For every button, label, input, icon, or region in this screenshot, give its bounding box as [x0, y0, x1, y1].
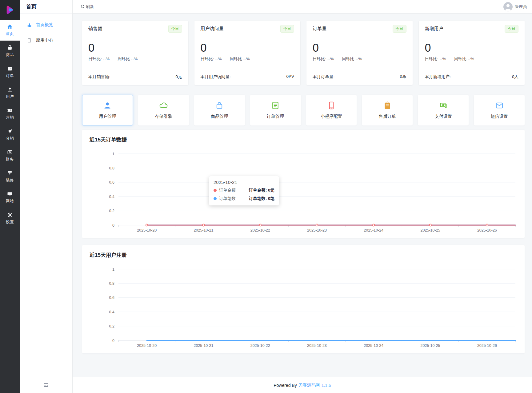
registrations-chart-card: 近15天用户注册 00.20.40.60.812025-10-202025-10…: [82, 245, 525, 353]
y-axis-label: 0: [112, 339, 114, 343]
tooltip-date: 2025-10-21: [214, 180, 274, 185]
menu-item-app-center[interactable]: 应用中心: [20, 33, 72, 48]
sidebar-item-marketing[interactable]: 营销: [0, 103, 20, 124]
logo-icon: [3, 3, 17, 17]
stat-title: 用户访问量: [201, 26, 224, 32]
sidebar-item-finance[interactable]: 财务: [0, 145, 20, 166]
avatar: [503, 2, 513, 11]
tooltip-row: 订单金额 订单金额: 0元: [214, 188, 274, 193]
shortcut-storage-engine[interactable]: 存储引擎: [138, 95, 189, 125]
month-label: 本月新增用户:: [425, 74, 451, 80]
month-value: 0单: [400, 74, 406, 80]
y-axis-label: 0.8: [109, 281, 114, 286]
user-menu[interactable]: 管理员: [503, 2, 527, 11]
shortcut-label: 小程序配置: [321, 114, 342, 119]
x-axis-label: 2025-10-20: [137, 228, 157, 232]
shortcut-label: 用户管理: [99, 114, 116, 119]
week-ratio: 周环比 --%: [454, 56, 474, 62]
shortcut-user-manage[interactable]: 用户管理: [82, 95, 133, 125]
version-text: 1.1.6: [322, 383, 331, 388]
orders-line-chart[interactable]: 00.20.40.60.812025-10-202025-10-212025-1…: [90, 147, 517, 236]
stat-value: 0: [313, 41, 406, 55]
y-axis-label: 1: [112, 152, 114, 156]
data-point-marker[interactable]: [202, 224, 205, 226]
stat-card-orders: 订单量 今日 0 日环比: --% 周环比 --% 本月订单量: 0单: [306, 21, 413, 85]
data-point-marker[interactable]: [316, 224, 318, 226]
stat-value: 0: [201, 41, 294, 55]
menu-item-overview[interactable]: 首页概览: [20, 17, 72, 33]
shortcut-sms-settings[interactable]: 短信设置: [474, 95, 525, 125]
menu-item-label: 应用中心: [36, 38, 53, 43]
app-center-icon: [27, 38, 32, 43]
month-label: 本月销售额:: [88, 74, 110, 80]
data-point-marker[interactable]: [429, 224, 431, 226]
stat-card-newusers: 新增用户 今日 0 日环比: --% 周环比 --% 本月新增用户: 0人: [419, 21, 525, 85]
y-axis-label: 0.4: [109, 195, 114, 199]
shortcut-aftersale-orders[interactable]: 售后订单: [362, 95, 413, 125]
sidebar-item-distribute[interactable]: 分销: [0, 124, 20, 145]
shortcut-label: 商品管理: [211, 114, 228, 119]
envelope-icon: [495, 101, 504, 110]
sidebar-item-website[interactable]: 网站: [0, 187, 20, 208]
x-axis-label: 2025-10-24: [364, 343, 383, 348]
tooltip-row: 订单笔数 订单笔数: 0笔: [214, 196, 274, 201]
site-link[interactable]: 刀客源码网: [298, 383, 320, 388]
registrations-line-chart[interactable]: 00.20.40.60.812025-10-202025-10-212025-1…: [90, 262, 517, 351]
ticket-icon: [7, 107, 13, 113]
app-logo: [0, 0, 20, 20]
sidebar-item-users[interactable]: 用户: [0, 82, 20, 103]
admin-name: 管理员: [515, 4, 527, 10]
gear-icon: [7, 212, 13, 218]
refresh-label: 刷新: [86, 4, 94, 10]
x-axis-label: 2025-10-21: [194, 228, 213, 232]
shortcut-label: 售后订单: [379, 114, 396, 119]
data-point-marker[interactable]: [259, 224, 261, 226]
y-axis-label: 0.6: [109, 296, 114, 300]
wallet-icon: [7, 66, 13, 72]
data-point-marker[interactable]: [373, 224, 375, 226]
sidebar-item-decorate[interactable]: 装修: [0, 166, 20, 187]
today-badge: 今日: [280, 25, 294, 33]
y-axis-label: 0: [112, 223, 114, 228]
stat-card-visits: 用户访问量 今日 0 日环比: --% 周环比 --% 本月用户访问量: 0PV: [194, 21, 301, 85]
shortcut-payment-settings[interactable]: 支付设置: [418, 95, 469, 125]
sidebar-item-label: 订单: [6, 73, 14, 78]
sidebar-item-home[interactable]: 首页: [0, 20, 20, 41]
x-axis-label: 2025-10-23: [307, 343, 327, 348]
home-icon: [7, 24, 13, 30]
shortcut-label: 存储引擎: [155, 114, 172, 119]
collapse-sidebar-icon[interactable]: [43, 382, 49, 388]
phone-icon: [327, 101, 336, 110]
payment-icon: [439, 101, 448, 110]
cloud-icon: [159, 101, 168, 110]
week-ratio: 周环比 --%: [230, 56, 250, 62]
sidebar-item-settings[interactable]: 设置: [0, 208, 20, 229]
x-axis-label: 2025-10-22: [250, 228, 270, 232]
sidebar-item-label: 网站: [6, 199, 14, 204]
data-point-marker[interactable]: [486, 224, 488, 226]
document-icon: [271, 101, 280, 110]
data-point-marker[interactable]: [146, 224, 148, 226]
sidebar-items: 首页 商品 订单 用户 营销 分销 财务 装修 网站 设置: [0, 20, 20, 229]
month-value: 0人: [512, 74, 518, 80]
day-ratio: 日环比: --%: [88, 56, 110, 62]
stat-value: 0: [425, 41, 519, 55]
day-ratio: 日环比: --%: [425, 56, 446, 62]
stat-title: 销售额: [88, 26, 102, 32]
registrations-chart-title: 近15天用户注册: [90, 252, 517, 259]
orders-chart-title: 近15天订单数据: [90, 136, 517, 143]
shortcut-order-manage[interactable]: 订单管理: [250, 95, 301, 125]
panel-menu: 首页概览 应用中心: [20, 14, 72, 377]
x-axis-label: 2025-10-21: [194, 343, 213, 348]
shortcut-goods-manage[interactable]: 商品管理: [194, 95, 245, 125]
person-icon: [103, 101, 112, 110]
sidebar-item-orders[interactable]: 订单: [0, 62, 20, 82]
refresh-button[interactable]: 刷新: [80, 4, 94, 10]
shortcut-label: 订单管理: [267, 114, 284, 119]
shortcut-miniprogram-config[interactable]: 小程序配置: [306, 95, 357, 125]
series-dot-red: [214, 189, 217, 192]
y-axis-label: 0.4: [109, 310, 114, 314]
shortcut-row: 用户管理 存储引擎 商品管理 订单管理 小程序配置 售后订单 支付设置 短信设置: [82, 95, 525, 125]
dashboard-content: 销售额 今日 0 日环比: --% 周环比 --% 本月销售额: 0元 用户访问…: [73, 14, 532, 377]
sidebar-item-goods[interactable]: 商品: [0, 41, 20, 62]
